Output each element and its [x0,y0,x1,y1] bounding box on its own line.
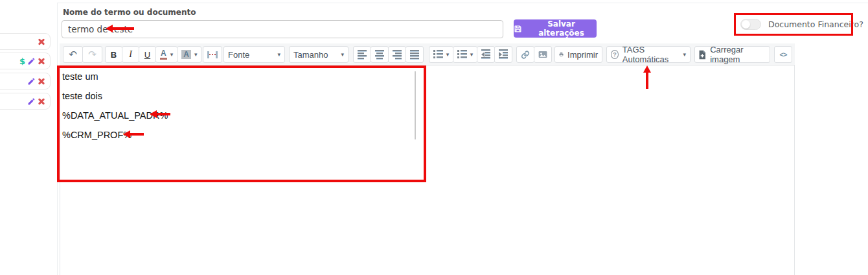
align-justify-icon [410,50,419,60]
delete-icon[interactable] [38,57,45,65]
image-icon [538,50,547,59]
annotation-box-editor [57,66,426,182]
tags-group: ? TAGS Automáticas ▾ [606,46,691,63]
align-left-button[interactable] [353,46,371,63]
outdent-icon [481,49,490,60]
size-group: Tamanho ▾ [289,46,348,63]
link-icon [521,50,530,60]
align-group [353,46,424,63]
annotation-arrow-data-tag [157,113,170,115]
chevron-down-icon: ▾ [341,51,344,58]
align-right-button[interactable] [388,46,406,63]
list-item[interactable] [0,73,51,90]
delete-icon[interactable] [38,38,45,45]
screen: $ Nome do termo ou documento Salvar alte… [0,0,868,275]
chevron-down-icon: ▾ [170,51,174,58]
numbered-list-button[interactable]: ▾ [453,46,477,63]
print-button[interactable]: Imprimir [554,46,602,63]
list-item[interactable]: $ [0,53,51,69]
history-group: ↶ ↷ [63,46,102,63]
chevron-down-icon: ▾ [470,51,474,58]
upload-image-label: Carregar imagem [710,45,766,64]
help-circle-icon: ? [611,50,619,59]
font-size-label: Tamanho [293,50,328,60]
insert-group [516,46,552,63]
code-icon: <> [780,51,787,58]
align-center-icon [375,50,384,60]
undo-button[interactable]: ↶ [63,46,83,63]
highlight-color-button[interactable]: A ▾ [177,46,201,63]
name-field-label: Nome do termo ou documento [63,8,196,17]
edit-pencil-icon[interactable] [27,77,36,86]
money-icon[interactable]: $ [19,56,25,66]
annotation-arrow-crm-tag [130,133,144,136]
align-left-icon [358,50,367,60]
print-label: Imprimir [567,50,598,60]
save-button[interactable]: Salvar alterações [514,19,597,38]
outdent-button[interactable] [477,46,495,63]
text-color-icon: A [160,49,167,60]
bullet-list-button[interactable]: ▾ [429,46,453,63]
align-justify-button[interactable] [405,46,424,63]
indent-button[interactable] [494,46,512,63]
file-plus-icon [699,50,705,60]
insert-image-button[interactable] [534,46,552,63]
printer-icon [559,50,564,59]
font-size-dropdown[interactable]: Tamanho ▾ [289,46,348,63]
page-break-button[interactable] [203,46,222,63]
edit-pencil-icon[interactable] [27,97,36,106]
upload-image-button[interactable]: Carregar imagem [694,46,770,63]
chevron-down-icon: ▾ [194,51,198,58]
list-item[interactable] [0,93,51,110]
chevron-down-icon: ▾ [446,51,450,58]
annotation-arrow-name-input [113,27,134,30]
italic-icon: I [129,49,132,60]
list-item[interactable] [0,33,51,50]
edit-pencil-icon[interactable] [27,57,36,66]
save-icon [514,25,522,33]
font-group: Fonte ▾ [223,46,285,63]
undo-icon: ↶ [69,49,77,60]
bold-icon: B [111,50,117,60]
bullet-list-icon [433,50,443,60]
indent-icon [499,49,508,60]
redo-icon: ↷ [88,49,97,60]
bold-button[interactable]: B [105,46,122,63]
font-style-group: B I U A ▾ A ▾ [105,46,201,63]
text-color-button[interactable]: A ▾ [155,46,177,63]
chevron-down-icon: ▾ [277,51,280,58]
code-group: <> [774,46,792,63]
page-break-icon [207,51,218,58]
annotation-arrow-tags-button [646,73,648,89]
underline-button[interactable]: U [139,46,156,63]
chevron-down-icon: ▾ [683,51,686,58]
font-family-dropdown[interactable]: Fonte ▾ [223,46,285,63]
redo-button[interactable]: ↷ [82,46,102,63]
annotation-box-toggle [734,13,853,36]
align-right-icon [393,50,402,60]
list-group: ▾ ▾ [429,46,512,63]
align-center-button[interactable] [371,46,389,63]
code-view-button[interactable]: <> [774,46,792,63]
upload-group: Carregar imagem [694,46,770,63]
auto-tags-dropdown[interactable]: ? TAGS Automáticas ▾ [606,46,691,63]
underline-icon: U [144,50,150,60]
font-family-label: Fonte [228,50,249,60]
highlight-color-icon: A [181,50,191,59]
save-button-label: Salvar alterações [526,19,597,38]
insert-link-button[interactable] [516,46,534,63]
delete-icon[interactable] [38,77,45,85]
delete-icon[interactable] [38,97,45,105]
print-group: Imprimir [554,46,602,63]
italic-button[interactable]: I [122,46,139,63]
numbered-list-icon [457,50,467,60]
auto-tags-label: TAGS Automáticas [622,45,680,64]
pagebreak-group [203,46,222,63]
